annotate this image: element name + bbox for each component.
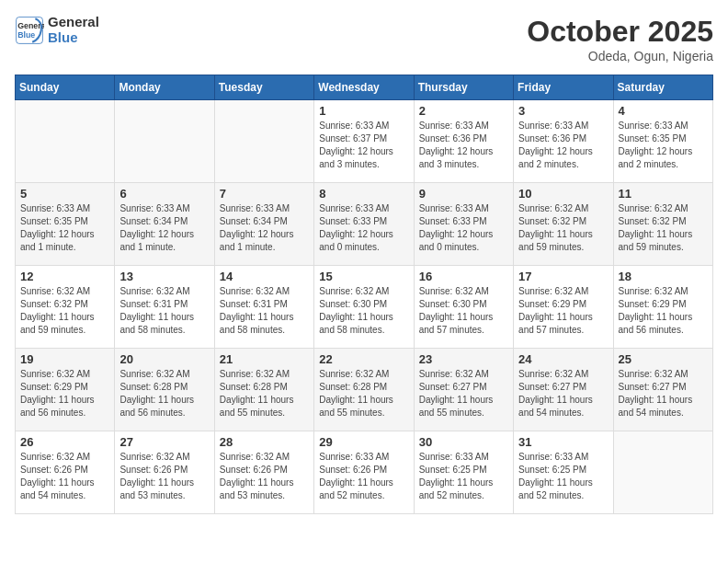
day-number: 4 <box>619 104 708 118</box>
logo-general: General <box>48 15 99 30</box>
day-number: 15 <box>319 270 408 283</box>
calendar-cell: 15Sunrise: 6:32 AM Sunset: 6:30 PM Dayli… <box>314 266 414 349</box>
day-number: 29 <box>319 435 408 449</box>
day-number: 26 <box>20 435 109 449</box>
day-info: Sunrise: 6:33 AM Sunset: 6:35 PM Dayligh… <box>619 120 708 171</box>
calendar-cell: 4Sunrise: 6:33 AM Sunset: 6:35 PM Daylig… <box>613 100 712 183</box>
day-info: Sunrise: 6:33 AM Sunset: 6:25 PM Dayligh… <box>419 451 508 502</box>
day-info: Sunrise: 6:33 AM Sunset: 6:37 PM Dayligh… <box>319 120 408 171</box>
calendar-cell <box>214 100 313 183</box>
day-info: Sunrise: 6:32 AM Sunset: 6:29 PM Dayligh… <box>518 285 608 337</box>
calendar-cell: 19Sunrise: 6:32 AM Sunset: 6:29 PM Dayli… <box>16 349 115 431</box>
day-info: Sunrise: 6:32 AM Sunset: 6:27 PM Dayligh… <box>518 368 608 419</box>
calendar-cell: 18Sunrise: 6:32 AM Sunset: 6:29 PM Dayli… <box>613 266 712 349</box>
calendar-cell <box>115 100 214 183</box>
day-number: 22 <box>319 352 408 366</box>
calendar-cell: 1Sunrise: 6:33 AM Sunset: 6:37 PM Daylig… <box>314 100 414 183</box>
day-number: 13 <box>119 270 209 283</box>
day-info: Sunrise: 6:33 AM Sunset: 6:33 PM Dayligh… <box>319 202 408 254</box>
day-number: 1 <box>319 104 408 118</box>
day-number: 20 <box>119 352 209 366</box>
calendar-cell: 30Sunrise: 6:33 AM Sunset: 6:25 PM Dayli… <box>414 431 513 514</box>
day-info: Sunrise: 6:33 AM Sunset: 6:35 PM Dayligh… <box>20 202 109 254</box>
calendar-cell: 21Sunrise: 6:32 AM Sunset: 6:28 PM Dayli… <box>214 349 313 431</box>
day-number: 10 <box>518 187 608 201</box>
calendar-cell: 25Sunrise: 6:32 AM Sunset: 6:27 PM Dayli… <box>613 349 712 431</box>
day-info: Sunrise: 6:32 AM Sunset: 6:31 PM Dayligh… <box>119 285 209 337</box>
calendar-cell <box>16 100 115 183</box>
weekday-header-tuesday: Tuesday <box>214 75 313 100</box>
day-info: Sunrise: 6:32 AM Sunset: 6:28 PM Dayligh… <box>220 368 309 419</box>
day-info: Sunrise: 6:32 AM Sunset: 6:29 PM Dayligh… <box>20 368 109 419</box>
calendar-cell: 5Sunrise: 6:33 AM Sunset: 6:35 PM Daylig… <box>16 183 115 266</box>
svg-text:Blue: Blue <box>17 30 35 40</box>
calendar-cell: 22Sunrise: 6:32 AM Sunset: 6:28 PM Dayli… <box>314 349 414 431</box>
calendar-cell: 6Sunrise: 6:33 AM Sunset: 6:34 PM Daylig… <box>115 183 214 266</box>
weekday-header-saturday: Saturday <box>613 75 712 100</box>
calendar-cell: 17Sunrise: 6:32 AM Sunset: 6:29 PM Dayli… <box>514 266 613 349</box>
day-info: Sunrise: 6:32 AM Sunset: 6:30 PM Dayligh… <box>319 285 408 337</box>
day-number: 3 <box>518 104 608 118</box>
day-info: Sunrise: 6:32 AM Sunset: 6:29 PM Dayligh… <box>619 285 708 337</box>
day-number: 17 <box>518 270 608 283</box>
logo: General Blue General Blue <box>15 15 99 45</box>
calendar-cell: 23Sunrise: 6:32 AM Sunset: 6:27 PM Dayli… <box>414 349 513 431</box>
day-info: Sunrise: 6:32 AM Sunset: 6:26 PM Dayligh… <box>20 451 109 502</box>
day-info: Sunrise: 6:32 AM Sunset: 6:27 PM Dayligh… <box>419 368 508 419</box>
day-number: 9 <box>419 187 508 201</box>
day-number: 30 <box>419 435 508 449</box>
day-number: 27 <box>119 435 209 449</box>
logo-icon: General Blue <box>15 16 44 45</box>
weekday-header-sunday: Sunday <box>16 75 115 100</box>
day-info: Sunrise: 6:32 AM Sunset: 6:30 PM Dayligh… <box>419 285 508 337</box>
calendar-cell: 16Sunrise: 6:32 AM Sunset: 6:30 PM Dayli… <box>414 266 513 349</box>
calendar-cell: 11Sunrise: 6:32 AM Sunset: 6:32 PM Dayli… <box>613 183 712 266</box>
day-info: Sunrise: 6:32 AM Sunset: 6:26 PM Dayligh… <box>220 451 309 502</box>
calendar-cell: 29Sunrise: 6:33 AM Sunset: 6:26 PM Dayli… <box>314 431 414 514</box>
calendar-cell: 26Sunrise: 6:32 AM Sunset: 6:26 PM Dayli… <box>16 431 115 514</box>
calendar-table: SundayMondayTuesdayWednesdayThursdayFrid… <box>15 75 713 514</box>
location: Odeda, Ogun, Nigeria <box>527 49 713 63</box>
calendar-cell: 3Sunrise: 6:33 AM Sunset: 6:36 PM Daylig… <box>514 100 613 183</box>
calendar-cell: 12Sunrise: 6:32 AM Sunset: 6:32 PM Dayli… <box>16 266 115 349</box>
day-number: 6 <box>119 187 209 201</box>
calendar-cell <box>613 431 712 514</box>
logo-blue: Blue <box>48 30 99 46</box>
calendar-cell: 8Sunrise: 6:33 AM Sunset: 6:33 PM Daylig… <box>314 183 414 266</box>
day-info: Sunrise: 6:33 AM Sunset: 6:26 PM Dayligh… <box>319 451 408 502</box>
day-number: 8 <box>319 187 408 201</box>
calendar-cell: 31Sunrise: 6:33 AM Sunset: 6:25 PM Dayli… <box>514 431 613 514</box>
day-info: Sunrise: 6:33 AM Sunset: 6:36 PM Dayligh… <box>419 120 508 171</box>
day-info: Sunrise: 6:33 AM Sunset: 6:25 PM Dayligh… <box>518 451 608 502</box>
month-title: October 2025 <box>527 15 713 49</box>
day-number: 11 <box>619 187 708 201</box>
day-number: 23 <box>419 352 508 366</box>
calendar-cell: 27Sunrise: 6:32 AM Sunset: 6:26 PM Dayli… <box>115 431 214 514</box>
day-number: 2 <box>419 104 508 118</box>
calendar-cell: 9Sunrise: 6:33 AM Sunset: 6:33 PM Daylig… <box>414 183 513 266</box>
calendar-cell: 24Sunrise: 6:32 AM Sunset: 6:27 PM Dayli… <box>514 349 613 431</box>
page-header: General Blue General Blue October 2025 O… <box>15 15 713 63</box>
calendar-cell: 13Sunrise: 6:32 AM Sunset: 6:31 PM Dayli… <box>115 266 214 349</box>
day-number: 24 <box>518 352 608 366</box>
calendar-cell: 7Sunrise: 6:33 AM Sunset: 6:34 PM Daylig… <box>214 183 313 266</box>
day-info: Sunrise: 6:33 AM Sunset: 6:36 PM Dayligh… <box>518 120 608 171</box>
weekday-header-wednesday: Wednesday <box>314 75 414 100</box>
day-info: Sunrise: 6:33 AM Sunset: 6:34 PM Dayligh… <box>119 202 209 254</box>
day-number: 12 <box>20 270 109 283</box>
day-info: Sunrise: 6:32 AM Sunset: 6:32 PM Dayligh… <box>518 202 608 254</box>
day-info: Sunrise: 6:32 AM Sunset: 6:32 PM Dayligh… <box>20 285 109 337</box>
calendar-cell: 10Sunrise: 6:32 AM Sunset: 6:32 PM Dayli… <box>514 183 613 266</box>
day-info: Sunrise: 6:32 AM Sunset: 6:32 PM Dayligh… <box>619 202 708 254</box>
day-info: Sunrise: 6:32 AM Sunset: 6:26 PM Dayligh… <box>119 451 209 502</box>
weekday-header-friday: Friday <box>514 75 613 100</box>
day-number: 7 <box>220 187 309 201</box>
day-info: Sunrise: 6:32 AM Sunset: 6:28 PM Dayligh… <box>119 368 209 419</box>
day-info: Sunrise: 6:32 AM Sunset: 6:31 PM Dayligh… <box>220 285 309 337</box>
calendar-cell: 2Sunrise: 6:33 AM Sunset: 6:36 PM Daylig… <box>414 100 513 183</box>
calendar-cell: 20Sunrise: 6:32 AM Sunset: 6:28 PM Dayli… <box>115 349 214 431</box>
day-number: 31 <box>518 435 608 449</box>
day-number: 18 <box>619 270 708 283</box>
calendar-cell: 14Sunrise: 6:32 AM Sunset: 6:31 PM Dayli… <box>214 266 313 349</box>
weekday-header-thursday: Thursday <box>414 75 513 100</box>
